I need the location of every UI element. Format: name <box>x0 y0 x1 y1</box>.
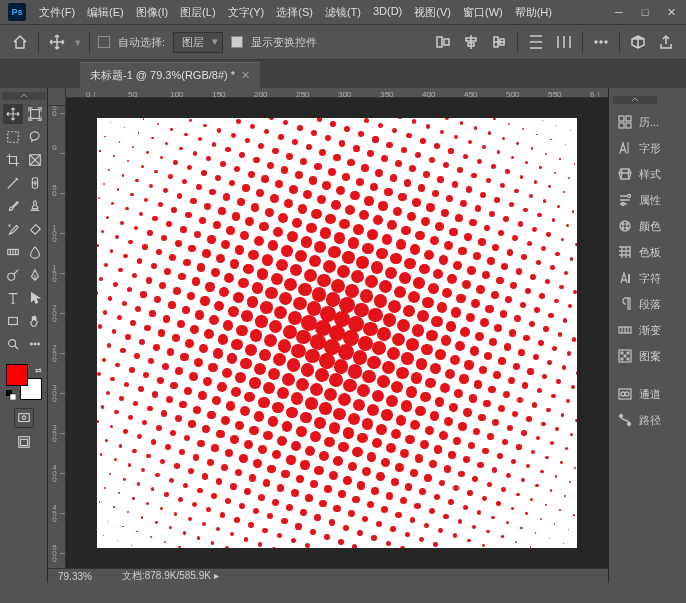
distribute-icon-2[interactable] <box>554 32 574 52</box>
svg-point-6 <box>595 41 597 43</box>
svg-point-23 <box>22 416 26 420</box>
marquee-tool[interactable] <box>3 127 23 147</box>
eyedropper-tool[interactable] <box>3 173 23 193</box>
change-screen-mode[interactable] <box>14 432 34 452</box>
history-brush-tool[interactable] <box>3 219 23 239</box>
document-tab[interactable]: 未标题-1 @ 79.3%(RGB/8#) * ✕ <box>80 62 260 88</box>
lasso-tool[interactable] <box>25 127 45 147</box>
svg-rect-29 <box>626 123 631 128</box>
blur-tool[interactable] <box>25 242 45 262</box>
panel-character[interactable]: 字符 <box>613 266 682 290</box>
default-colors-icon[interactable] <box>6 390 16 400</box>
tab-close-icon[interactable]: ✕ <box>241 69 250 82</box>
panel-collapse[interactable] <box>613 96 657 104</box>
menu-type[interactable]: 文字(Y) <box>223 2 270 23</box>
ruler-origin[interactable] <box>48 88 66 106</box>
panel-dock: 历... 字形 样式 属性 颜色 色板 字符 段落 渐变 图案 通道 路径 <box>608 88 686 583</box>
home-icon[interactable] <box>10 32 30 52</box>
auto-select-target[interactable]: 图层 <box>173 32 223 53</box>
menu-3d[interactable]: 3D(D) <box>368 2 407 23</box>
artboard <box>97 118 577 548</box>
menu-select[interactable]: 选择(S) <box>271 2 318 23</box>
svg-point-35 <box>622 227 624 229</box>
panel-history[interactable]: 历... <box>613 110 682 134</box>
close-button[interactable]: ✕ <box>664 6 678 19</box>
panel-paragraph[interactable]: 段落 <box>613 292 682 316</box>
panel-gradients[interactable]: 渐变 <box>613 318 682 342</box>
svg-point-30 <box>628 195 631 198</box>
distribute-icon-1[interactable] <box>526 32 546 52</box>
rectangle-tool[interactable] <box>3 311 23 331</box>
window-controls: ─ □ ✕ <box>612 6 678 19</box>
toolbox: ⇄ <box>0 88 48 583</box>
panel-styles[interactable]: 样式 <box>613 162 682 186</box>
panel-glyphs[interactable]: 字形 <box>613 136 682 160</box>
type-tool[interactable] <box>3 288 23 308</box>
svg-point-36 <box>626 227 628 229</box>
edit-toolbar[interactable] <box>25 334 45 354</box>
artboard-tool[interactable] <box>25 104 45 124</box>
maximize-button[interactable]: □ <box>638 6 652 19</box>
screen-mode[interactable] <box>14 408 34 428</box>
svg-rect-10 <box>7 132 18 143</box>
eraser-tool[interactable] <box>25 219 45 239</box>
svg-rect-28 <box>619 123 624 128</box>
svg-point-7 <box>600 41 602 43</box>
swap-colors-icon[interactable]: ⇄ <box>35 366 42 375</box>
path-select-tool[interactable] <box>25 288 45 308</box>
3d-mode-icon[interactable] <box>628 32 648 52</box>
align-icon-1[interactable] <box>433 32 453 52</box>
pen-tool[interactable] <box>25 265 45 285</box>
dodge-tool[interactable] <box>3 265 23 285</box>
show-transform-checkbox[interactable] <box>231 36 243 48</box>
auto-select-checkbox[interactable] <box>98 36 110 48</box>
menu-edit[interactable]: 编辑(E) <box>82 2 129 23</box>
menu-window[interactable]: 窗口(W) <box>458 2 508 23</box>
menu-help[interactable]: 帮助(H) <box>510 2 557 23</box>
more-options-icon[interactable] <box>591 32 611 52</box>
svg-point-8 <box>605 41 607 43</box>
horizontal-ruler[interactable]: 0501001502002503003504004505005506 <box>66 88 608 98</box>
brush-tool[interactable] <box>3 196 23 216</box>
options-bar: ▾ 自动选择: 图层 显示变换控件 <box>0 24 686 60</box>
menu-image[interactable]: 图像(I) <box>131 2 173 23</box>
svg-point-16 <box>8 340 15 347</box>
zoom-tool[interactable] <box>3 334 23 354</box>
app-logo: Ps <box>8 3 26 21</box>
panel-color[interactable]: 颜色 <box>613 214 682 238</box>
viewport[interactable] <box>66 98 608 568</box>
share-icon[interactable] <box>656 32 676 52</box>
move-tool[interactable] <box>3 104 23 124</box>
status-bar: 79.33% 文档:878.9K/585.9K ▸ <box>48 568 608 583</box>
panel-patterns[interactable]: 图案 <box>613 344 682 368</box>
healing-tool[interactable] <box>25 173 45 193</box>
align-icon-2[interactable] <box>461 32 481 52</box>
align-icon-3[interactable] <box>489 32 509 52</box>
doc-size[interactable]: 文档:878.9K/585.9K ▸ <box>122 569 219 583</box>
menu-file[interactable]: 文件(F) <box>34 2 80 23</box>
svg-rect-22 <box>18 414 29 422</box>
menu-view[interactable]: 视图(V) <box>409 2 456 23</box>
panel-paths[interactable]: 路径 <box>613 408 682 432</box>
crop-tool[interactable] <box>3 150 23 170</box>
menu-filter[interactable]: 滤镜(T) <box>320 2 366 23</box>
zoom-level[interactable]: 79.33% <box>58 571 92 582</box>
minimize-button[interactable]: ─ <box>612 6 626 19</box>
svg-point-14 <box>7 273 14 280</box>
svg-rect-0 <box>437 37 442 47</box>
menu-layer[interactable]: 图层(L) <box>175 2 220 23</box>
panel-swatches[interactable]: 色板 <box>613 240 682 264</box>
gradient-tool[interactable] <box>3 242 23 262</box>
frame-tool[interactable] <box>25 150 45 170</box>
move-tool-icon[interactable] <box>47 32 67 52</box>
vertical-ruler[interactable]: 50050100150200250300350400450500 <box>48 98 66 568</box>
stamp-tool[interactable] <box>25 196 45 216</box>
foreground-color[interactable] <box>6 364 28 386</box>
svg-rect-26 <box>619 116 624 121</box>
svg-rect-9 <box>30 110 39 119</box>
hand-tool[interactable] <box>25 311 45 331</box>
panel-channels[interactable]: 通道 <box>613 382 682 406</box>
panel-properties[interactable]: 属性 <box>613 188 682 212</box>
toolbox-collapse[interactable] <box>2 92 46 100</box>
svg-point-19 <box>37 343 39 345</box>
